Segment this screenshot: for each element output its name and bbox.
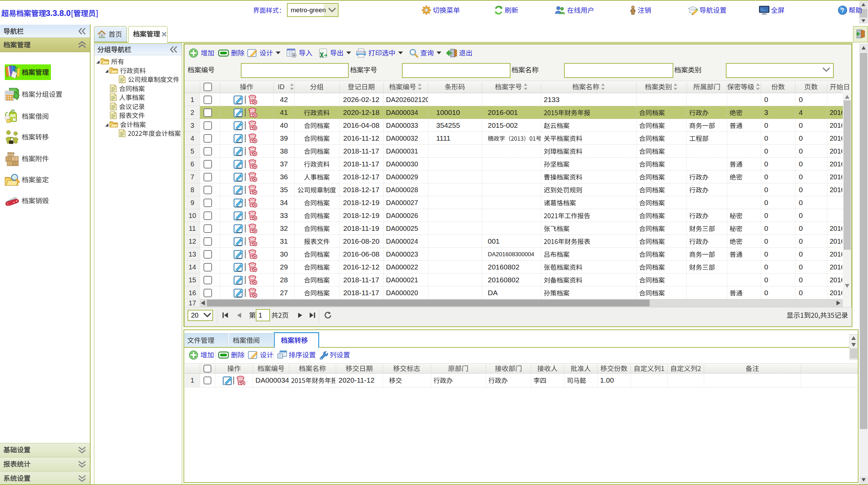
svg-text:?: ? bbox=[841, 7, 845, 14]
